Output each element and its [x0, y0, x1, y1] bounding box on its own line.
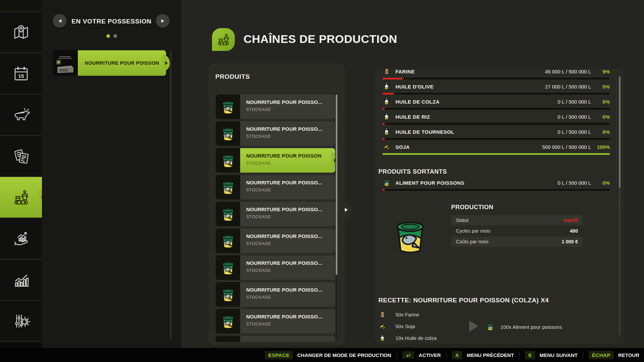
- possession-item[interactable]: NOURRITURE POUR POISSON: [53, 50, 166, 76]
- product-list-item[interactable]: NOURRITURE POUR POISSO... STOCKAGE: [216, 175, 335, 199]
- sidebar-item-production[interactable]: [0, 177, 42, 218]
- ingredient-progressbar: [382, 78, 610, 79]
- product-list-item[interactable]: NOURRITURE POUR POISSO... STOCKAGE: [216, 229, 335, 253]
- hotkey-keycap[interactable]: ESPACE: [265, 351, 293, 359]
- ingredient-icon: [382, 142, 391, 151]
- products-scrollbar[interactable]: [336, 95, 337, 342]
- ingredient-row[interactable]: HUILE DE COLZA 0 L / 500 000 L 0%: [382, 97, 610, 112]
- output-row[interactable]: ALIMENT POUR POISSONS 0 L / 500 000 L 0%: [382, 178, 610, 193]
- product-item-body: NOURRITURE POUR POISSO... STOCKAGE: [240, 309, 335, 334]
- production-stats-table: Statut Inactif Cycles par mois 480 Coûts…: [451, 215, 583, 247]
- carousel-prev-button[interactable]: [53, 14, 66, 27]
- hotkey-action[interactable]: E MENU SUIVANT: [514, 351, 578, 359]
- factory-thumbnail-art: [53, 50, 78, 76]
- product-list-item[interactable]: NOURRITURE POUR POISSON STOCKAGE: [216, 148, 335, 173]
- sidebar-item-finances[interactable]: [0, 218, 42, 259]
- product-list-item[interactable]: NOURRITURE POUR POISSO... STOCKAGE: [216, 121, 335, 146]
- production-heading: PRODUCTION: [451, 204, 493, 211]
- ingredient-name: HUILE DE TOURNESOL: [395, 129, 454, 135]
- ingredient-progressbar: [382, 153, 610, 155]
- ingredient-fill-level: 0 L / 500 000 L: [557, 99, 591, 105]
- output-fill-level: 0 L / 500 000 L: [557, 180, 591, 186]
- fishfood-bucket-icon: [219, 232, 237, 250]
- ingredient-progressbar-fill: [382, 93, 394, 95]
- product-list-item[interactable]: NOURRITURE POUR POISSO... STOCKAGE: [216, 202, 335, 226]
- product-item-name: NOURRITURE POUR POISSO...: [246, 180, 335, 185]
- hotkey-action[interactable]: ÉCHAP RETOUR: [578, 351, 639, 359]
- sidebar-item-map[interactable]: [0, 12, 42, 53]
- ingredient-progressbar-fill: [382, 153, 610, 155]
- page-title: CHAÎNES DE PRODUCTION: [244, 33, 397, 46]
- product-large-image: [388, 212, 432, 260]
- ingredient-head: FARINE 45 000 L / 500 000 L 9%: [382, 69, 610, 76]
- sidebar-item-contracts[interactable]: [0, 136, 42, 177]
- details-scrollbar[interactable]: [619, 76, 621, 335]
- sidebar-item-statistics[interactable]: [0, 259, 42, 301]
- sidebar-icon: [11, 23, 31, 42]
- right-arrow-icon: [161, 19, 165, 23]
- fishfood-bucket-icon: [219, 339, 237, 342]
- pager-dot[interactable]: [113, 34, 117, 38]
- product-thumbnail-box: [216, 175, 240, 199]
- hotkey-label: RETOUR: [618, 352, 639, 358]
- carousel-next-button[interactable]: [156, 14, 169, 27]
- product-list-item[interactable]: NOURRITURE POUR POISSO... STOCKAGE: [216, 255, 335, 280]
- product-list-item[interactable]: NOURRITURE POUR POISSO... STOCKAGE: [216, 282, 335, 307]
- product-item-name: NOURRITURE POUR POISSO...: [246, 287, 335, 293]
- ingredient-fill-level: 0 L / 500 000 L: [557, 129, 591, 135]
- ingredient-row[interactable]: HUILE DE TOURNESOL 0 L / 500 000 L 0%: [382, 127, 610, 142]
- ingredient-icon: [382, 82, 391, 91]
- ingredient-head: SOJA 500 000 L / 500 000 L 100%: [382, 142, 610, 152]
- production-stat-value: Inactif: [564, 218, 578, 223]
- recipe-input-label: 50x Farine: [395, 312, 419, 317]
- product-list-item[interactable]: NOURRITURE POUR POISSO... STOCKAGE: [216, 309, 335, 334]
- product-thumbnail-box: [216, 202, 240, 226]
- hotkey-keycap[interactable]: E: [525, 351, 535, 359]
- panel-expand-tab[interactable]: [342, 200, 352, 219]
- fishfood-bucket-image: [388, 212, 432, 259]
- product-list-item[interactable]: NOURRITURE POUR POISSO... STOCKAGE: [216, 336, 335, 342]
- sidebar-item-calendar[interactable]: 15: [0, 53, 42, 95]
- hotkey-action[interactable]: ACTIVER: [391, 351, 441, 359]
- product-item-status: STOCKAGE: [246, 134, 335, 139]
- pager-dot[interactable]: [106, 34, 110, 38]
- hotkey-keycap[interactable]: ÉCHAP: [589, 351, 614, 359]
- ingredient-row[interactable]: HUILE DE RIZ 0 L / 500 000 L 0%: [382, 112, 610, 127]
- hotkey-label: CHANGER DE MODE DE PRODUCTION: [297, 352, 391, 358]
- ingredient-head: HUILE DE TOURNESOL 0 L / 500 000 L 0%: [382, 127, 610, 137]
- fishfood-bucket-icon: [219, 312, 237, 330]
- hotkey-label: ACTIVER: [419, 352, 441, 358]
- enter-key-icon[interactable]: [402, 351, 414, 359]
- recipe-input-label: 10x Huile de colza: [395, 335, 437, 341]
- hotkey-action[interactable]: ESPACE CHANGER DE MODE DE PRODUCTION: [265, 351, 391, 359]
- sidebar-item-settings[interactable]: [0, 301, 42, 342]
- production-stat-row: Coûts par mois 1 000 €: [451, 237, 583, 247]
- products-scrollbar-thumb[interactable]: [336, 95, 337, 275]
- hotkey-keycap[interactable]: A: [452, 351, 462, 359]
- ingredient-percent: 9%: [591, 69, 610, 74]
- sidebar-icon: [11, 146, 31, 166]
- ingredient-percent: 100%: [591, 144, 610, 150]
- product-item-status: STOCKAGE: [246, 107, 335, 112]
- ingredient-row[interactable]: HUILE D'OLIVE 27 000 L / 500 000 L 5%: [382, 81, 610, 97]
- production-stat-label: Cycles par mois: [456, 228, 490, 234]
- ingredient-progressbar-fill: [382, 108, 385, 110]
- production-stat-label: Coûts par mois: [456, 239, 489, 244]
- hotkey-label: MENU SUIVANT: [540, 352, 578, 358]
- details-scrollbar-thumb[interactable]: [619, 76, 621, 188]
- ingredient-progressbar: [382, 93, 610, 95]
- possession-panel: EN VOTRE POSSESSION: [42, 0, 181, 362]
- ingredient-row[interactable]: FARINE 45 000 L / 500 000 L 9%: [382, 69, 610, 81]
- sidebar-item-animals[interactable]: [0, 95, 42, 136]
- hotkey-action[interactable]: A MENU PRÉCÉDENT: [441, 351, 514, 359]
- product-list-item[interactable]: NOURRITURE POUR POISSO... STOCKAGE: [216, 95, 335, 119]
- ingredient-fill-level: 27 000 L / 500 000 L: [545, 84, 591, 89]
- product-item-body: NOURRITURE POUR POISSO... STOCKAGE: [240, 255, 335, 280]
- ingredient-row[interactable]: SOJA 500 000 L / 500 000 L 100%: [382, 142, 610, 157]
- production-details-panel: FARINE 45 000 L / 500 000 L 9% HUILE D': [375, 69, 624, 344]
- output-progressbar: [382, 189, 610, 191]
- ingredient-icon: [382, 112, 391, 121]
- ingredient-progressbar-fill: [382, 138, 385, 140]
- product-thumbnail-box: [216, 148, 240, 173]
- possession-scrollbar[interactable]: [170, 50, 171, 339]
